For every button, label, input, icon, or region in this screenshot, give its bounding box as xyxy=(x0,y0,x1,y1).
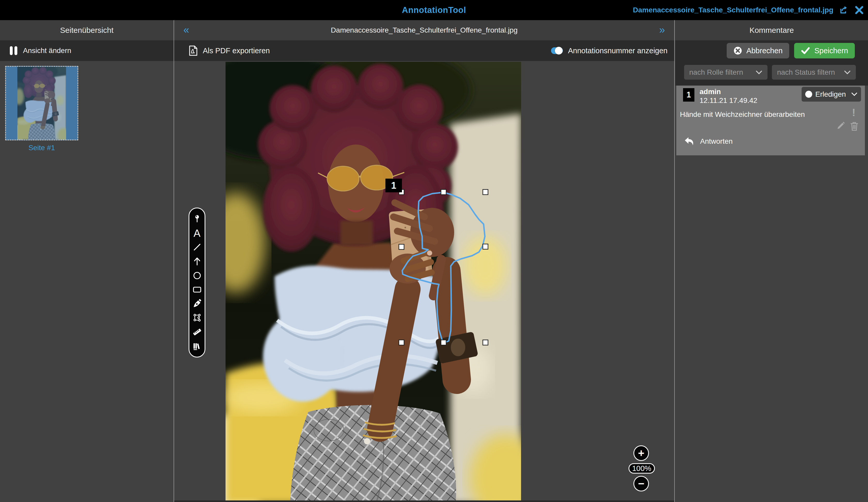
viewer-header: Damenaccessoire_Tasche_Schulterfrei_Offe… xyxy=(174,20,674,40)
drawing-toolbar: A xyxy=(189,208,205,358)
page-thumbnail[interactable] xyxy=(5,66,78,140)
filter-role-placeholder: nach Rolle filtern xyxy=(689,68,743,77)
save-label: Speichern xyxy=(814,47,848,55)
pages-sidebar: Seitenübersicht Ansicht ändern Seite #1 xyxy=(0,20,174,502)
pen-tool-button[interactable] xyxy=(191,298,203,310)
annotation-number-toggle-label: Annotationsnummer anzeigen xyxy=(568,47,668,55)
zoom-in-button[interactable]: + xyxy=(633,445,649,461)
annotation-tool-app: AnnotationTool Damenaccessoire_Tasche_Sc… xyxy=(0,0,868,502)
change-view-button[interactable]: Ansicht ändern xyxy=(0,40,174,61)
export-pdf-label: Als PDF exportieren xyxy=(203,47,270,55)
change-view-label: Ansicht ändern xyxy=(23,47,71,55)
cancel-label: Abbrechen xyxy=(746,47,783,55)
app-title: AnnotationTool xyxy=(402,0,466,20)
handle-bottom-center[interactable] xyxy=(441,340,446,345)
annotation-number-badge: 1 xyxy=(385,179,402,192)
reply-arrow-icon xyxy=(684,137,694,146)
reply-label: Antworten xyxy=(700,137,733,145)
text-tool-icon: A xyxy=(194,228,200,238)
handle-bottom-left[interactable] xyxy=(399,340,404,345)
edit-pencil-icon[interactable] xyxy=(836,121,845,132)
library-tool-button[interactable] xyxy=(191,340,203,352)
canvas-scrollbar[interactable] xyxy=(174,501,674,502)
svg-text:1: 1 xyxy=(391,180,396,191)
reply-button[interactable]: Antworten xyxy=(684,137,733,146)
annotation-layer: 1 xyxy=(226,62,521,502)
handle-bottom-right[interactable] xyxy=(483,340,488,345)
text-tool-button[interactable]: A xyxy=(191,227,203,239)
comments-title: Kommentare xyxy=(675,20,868,40)
pin-tool-button[interactable] xyxy=(191,213,203,225)
status-circle-icon xyxy=(805,91,812,98)
chevron-down-icon xyxy=(756,70,762,74)
top-bar: AnnotationTool Damenaccessoire_Tasche_Sc… xyxy=(0,0,868,20)
comments-actions: Abbrechen Speichern xyxy=(675,40,868,61)
delete-trash-icon[interactable] xyxy=(850,121,859,132)
handle-mid-right[interactable] xyxy=(483,244,488,249)
ellipse-tool-button[interactable] xyxy=(191,269,203,282)
viewer-column: Damenaccessoire_Tasche_Schulterfrei_Offe… xyxy=(174,20,675,502)
comment-filters: nach Rolle filtern nach Status filtern xyxy=(675,61,868,86)
zoom-level[interactable]: 100% xyxy=(629,463,655,474)
prev-page-button[interactable]: « xyxy=(183,20,189,40)
annotation-outline[interactable] xyxy=(402,192,485,342)
export-pdf-button[interactable]: Als PDF exportieren xyxy=(189,45,270,56)
close-icon[interactable] xyxy=(854,5,865,15)
photo: 1 xyxy=(226,62,521,502)
pages-sidebar-title: Seitenübersicht xyxy=(0,20,174,40)
arrow-tool-button[interactable] xyxy=(191,255,203,268)
share-icon[interactable] xyxy=(838,5,849,15)
thumbnail-selection-overlay xyxy=(6,67,78,140)
filter-status-placeholder: nach Status filtern xyxy=(777,68,835,77)
handle-top-center[interactable] xyxy=(441,190,446,195)
comment-author: admin xyxy=(700,88,721,96)
handle-mid-left[interactable] xyxy=(399,244,404,250)
rectangle-tool-button[interactable] xyxy=(191,283,203,296)
priority-icon[interactable]: ! xyxy=(852,107,855,118)
chevron-down-icon xyxy=(844,70,851,74)
line-tool-button[interactable] xyxy=(191,241,203,253)
comment-timestamp: 12.11.21 17.49.42 xyxy=(700,97,757,105)
viewer-toolbar: Als PDF exportieren Annotationsnummer an… xyxy=(174,40,674,61)
filter-role-dropdown[interactable]: nach Rolle filtern xyxy=(684,65,767,80)
zoom-out-button[interactable]: − xyxy=(633,476,649,491)
comment-status-dropdown[interactable]: Erledigen xyxy=(802,87,861,102)
page-caption[interactable]: Seite #1 xyxy=(5,144,78,152)
image-canvas[interactable]: 1 A xyxy=(174,61,674,502)
comment-text: Hände mit Weichzeichner überarbeiten xyxy=(680,110,805,119)
topbar-filename: Damenaccessoire_Tasche_Schulterfrei_Offe… xyxy=(633,6,834,14)
cancel-button[interactable]: Abbrechen xyxy=(727,43,789,58)
viewer-filename: Damenaccessoire_Tasche_Schulterfrei_Offe… xyxy=(331,26,517,34)
save-button[interactable]: Speichern xyxy=(794,43,855,58)
comment-status-label: Erledigen xyxy=(815,90,848,99)
toggle-knob xyxy=(555,47,563,54)
chevron-down-icon xyxy=(851,92,857,96)
check-icon xyxy=(801,47,810,55)
comments-sidebar: Kommentare Abbrechen Speichern nach Roll… xyxy=(675,20,868,502)
comment-number-badge: 1 xyxy=(683,88,694,102)
topbar-file-actions: Damenaccessoire_Tasche_Schulterfrei_Offe… xyxy=(633,0,865,20)
ruler-tool-button[interactable] xyxy=(191,326,203,338)
filter-status-dropdown[interactable]: nach Status filtern xyxy=(772,65,856,80)
comment-item: 1 admin 12.11.21 17.49.42 Erledigen Händ… xyxy=(676,86,865,155)
handle-top-right[interactable] xyxy=(483,190,488,195)
cancel-circle-icon xyxy=(733,46,742,55)
next-page-button[interactable]: » xyxy=(659,20,665,40)
polygon-tool-button[interactable] xyxy=(191,311,203,324)
columns-icon xyxy=(10,46,17,55)
annotation-number-toggle[interactable] xyxy=(551,47,563,54)
pdf-file-icon xyxy=(189,45,198,56)
